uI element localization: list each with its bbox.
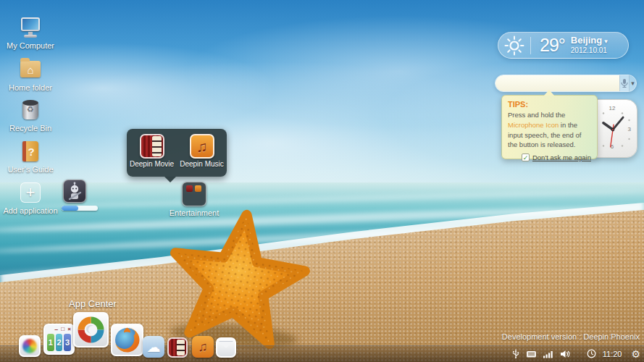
- calc-key-1: 1: [47, 334, 54, 351]
- desktop-icon-add-application[interactable]: + Add application: [0, 181, 61, 215]
- app-label: Deepin Movie: [129, 160, 175, 168]
- desktop-icon-recycle-bin[interactable]: ♻ Recycle Bin: [0, 98, 61, 132]
- recycle-bin-icon: ♻: [19, 98, 42, 122]
- microphone-button[interactable]: [619, 75, 629, 91]
- dock-icon-firefox[interactable]: [111, 324, 143, 356]
- deepin-music-icon: ♫: [190, 134, 214, 159]
- add-application-icon: +: [19, 181, 42, 204]
- question-icon: ?: [22, 141, 40, 161]
- desktop: My Computer ⌂ Home folder ♻ Recycle Bin …: [0, 0, 644, 362]
- icon-label: User's Guide: [0, 165, 61, 174]
- chevron-down-icon: ▾: [604, 38, 608, 45]
- filmstrip-icon: [177, 340, 185, 355]
- music-note-icon: ♫: [198, 340, 208, 353]
- keyboard-icon[interactable]: [526, 350, 537, 358]
- icon-label: Add application: [0, 206, 61, 215]
- dock-icon-deepin-music[interactable]: ♫: [192, 336, 214, 358]
- cloud-icon: ☁: [147, 340, 161, 354]
- install-progress-fill: [62, 206, 78, 211]
- icon-label: My Computer: [0, 41, 61, 50]
- clock-icon[interactable]: [587, 349, 596, 358]
- volume-icon[interactable]: [560, 350, 570, 358]
- app-deepin-music[interactable]: ♫ Deepin Music: [179, 134, 225, 168]
- dock-icon-calculator[interactable]: ‒ □ × 1 2 3: [43, 324, 75, 355]
- mini-movie-icon: [186, 185, 193, 192]
- mini-music-icon: [195, 185, 201, 192]
- dev-version-text: Development version : Deepin Phoenix: [502, 332, 640, 341]
- users-guide-icon: ?: [19, 140, 42, 163]
- tips-highlight: Microphone Icon: [508, 121, 559, 129]
- installing-app-icon[interactable]: [62, 180, 88, 203]
- chevron-down-icon: ▾: [631, 80, 635, 87]
- temperature: 29°: [531, 35, 571, 56]
- tray-time: 11:20: [603, 350, 622, 358]
- dont-ask-again-checkbox[interactable]: ✓ Don't ask me again: [508, 153, 591, 161]
- signal-strength-icon[interactable]: [543, 350, 553, 358]
- music-note-icon: ♫: [196, 139, 208, 154]
- city-selector[interactable]: Beijing▾: [571, 35, 608, 46]
- icon-label: Home folder: [0, 83, 61, 92]
- app-deepin-movie[interactable]: Deepin Movie: [129, 134, 175, 168]
- install-progress-bar: [62, 206, 98, 211]
- icon-label: Entertainment: [164, 209, 225, 217]
- search-input[interactable]: [495, 75, 619, 91]
- deepin-movie-icon: [140, 134, 164, 159]
- usb-icon[interactable]: [512, 348, 519, 359]
- voice-search-bar: ▾: [495, 75, 637, 92]
- icon-label: Recycle Bin: [0, 124, 61, 132]
- checkbox-label: Don't ask me again: [532, 153, 591, 161]
- weather-widget: 29° Beijing▾ 2012.10.01: [498, 32, 629, 59]
- app-center-pinwheel-icon: [75, 313, 107, 346]
- settings-gear-icon[interactable]: ⚙: [631, 349, 640, 359]
- dock-icon-media-swirl[interactable]: [19, 335, 41, 357]
- robot-icon: [63, 180, 86, 203]
- app-label: Deepin Music: [179, 160, 225, 168]
- microphone-icon: [620, 78, 629, 88]
- color-swirl-icon: [22, 339, 37, 353]
- my-computer-icon: [19, 16, 42, 39]
- desktop-icon-my-computer[interactable]: My Computer: [0, 16, 61, 50]
- desktop-icon-users-guide[interactable]: ? User's Guide: [0, 140, 61, 174]
- dock-icon-cloud[interactable]: ☁: [143, 336, 164, 358]
- weather-date: 2012.10.01: [571, 46, 608, 55]
- home-folder-icon: ⌂: [19, 58, 42, 81]
- calc-key-3: 3: [64, 334, 71, 351]
- sun-icon: [498, 35, 530, 56]
- checkbox-icon[interactable]: ✓: [522, 153, 530, 161]
- tips-popup: TIPS: Press and hold the Microphone Icon…: [501, 95, 598, 159]
- calc-key-2: 2: [56, 334, 63, 351]
- dock-icon-app-center[interactable]: [73, 312, 109, 348]
- folder-popup: Deepin Movie ♫ Deepin Music: [127, 129, 227, 177]
- calculator-titlebar: ‒ □ ×: [46, 326, 72, 332]
- house-icon: ⌂: [27, 64, 33, 75]
- plus-icon: +: [26, 185, 35, 201]
- entertainment-folder-icon: [182, 182, 206, 206]
- desktop-icon-home-folder[interactable]: ⌂ Home folder: [0, 58, 61, 92]
- recycle-icon: ♻: [19, 105, 42, 114]
- dock-icon-deepin-movie[interactable]: [167, 337, 188, 358]
- firefox-icon: [112, 325, 142, 355]
- system-tray: 11:20 ⚙: [512, 345, 640, 362]
- tips-body: Press and hold the Microphone Icon in th…: [508, 110, 591, 150]
- dock-icon-mail[interactable]: [216, 337, 236, 358]
- app-center-label: App Center: [57, 298, 129, 309]
- desktop-icon-entertainment[interactable]: Entertainment: [164, 182, 225, 217]
- tips-title: TIPS:: [508, 100, 591, 109]
- starfish-image: [156, 202, 319, 357]
